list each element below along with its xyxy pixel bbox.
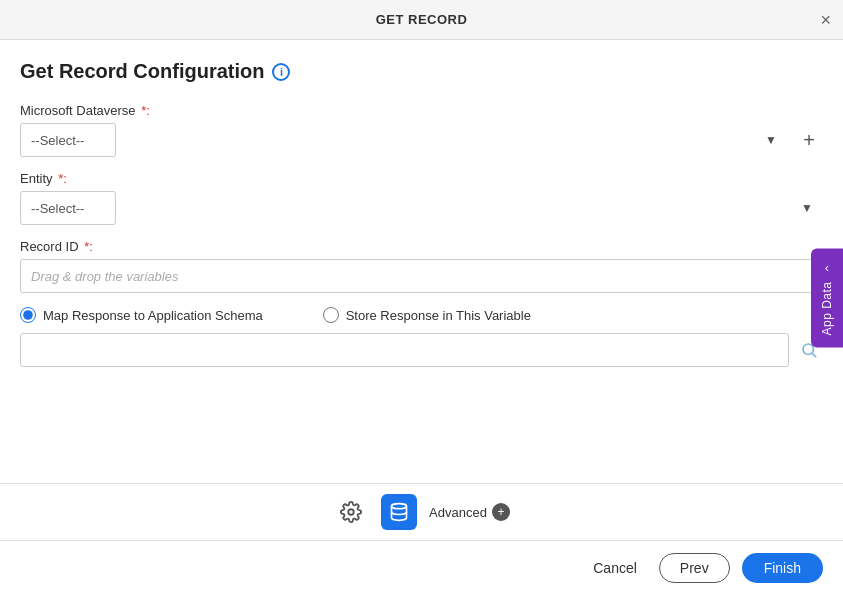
db-button[interactable] <box>381 494 417 530</box>
store-response-label: Store Response in This Variable <box>346 308 531 323</box>
gear-icon <box>340 501 362 523</box>
info-icon[interactable]: i <box>272 63 290 81</box>
modal-footer: Cancel Prev Finish <box>0 540 843 595</box>
svg-point-3 <box>392 504 407 509</box>
database-icon <box>389 502 409 522</box>
gear-button[interactable] <box>333 494 369 530</box>
schema-input[interactable] <box>20 333 789 367</box>
map-response-radio[interactable] <box>20 307 36 323</box>
dataverse-add-button[interactable]: + <box>795 126 823 154</box>
prev-button[interactable]: Prev <box>659 553 730 583</box>
page-heading: Get Record Configuration i <box>20 60 823 83</box>
side-tab-chevron-icon: ‹ <box>825 260 829 275</box>
map-response-label: Map Response to Application Schema <box>43 308 263 323</box>
modal-toolbar: Advanced + <box>0 483 843 540</box>
advanced-button[interactable]: Advanced + <box>429 503 510 521</box>
app-data-tab[interactable]: ‹ App Data <box>811 248 843 347</box>
advanced-plus-icon: + <box>492 503 510 521</box>
page-title: Get Record Configuration <box>20 60 264 83</box>
svg-line-1 <box>812 353 815 356</box>
store-response-option[interactable]: Store Response in This Variable <box>323 307 531 323</box>
app-data-tab-label: App Data <box>820 281 834 335</box>
schema-input-row <box>20 333 823 367</box>
dataverse-chevron-icon: ▼ <box>765 133 777 147</box>
radio-row: Map Response to Application Schema Store… <box>20 307 823 323</box>
svg-point-2 <box>348 509 354 515</box>
close-button[interactable]: × <box>820 11 831 29</box>
entity-select-wrapper: --Select-- ▼ <box>20 191 823 225</box>
modal-header: GET RECORD × <box>0 0 843 40</box>
modal: GET RECORD × Get Record Configuration i … <box>0 0 843 595</box>
advanced-label: Advanced <box>429 505 487 520</box>
dataverse-field-group: Microsoft Dataverse *: --Select-- ▼ + <box>20 103 823 157</box>
finish-button[interactable]: Finish <box>742 553 823 583</box>
record-id-label: Record ID *: <box>20 239 823 254</box>
dataverse-select[interactable]: --Select-- <box>20 123 116 157</box>
record-id-input[interactable] <box>20 259 823 293</box>
entity-label: Entity *: <box>20 171 823 186</box>
modal-body: Get Record Configuration i Microsoft Dat… <box>0 40 843 483</box>
cancel-button[interactable]: Cancel <box>583 554 647 582</box>
entity-chevron-icon: ▼ <box>801 201 813 215</box>
store-response-radio[interactable] <box>323 307 339 323</box>
map-response-option[interactable]: Map Response to Application Schema <box>20 307 263 323</box>
dataverse-label: Microsoft Dataverse *: <box>20 103 823 118</box>
modal-title: GET RECORD <box>376 12 468 27</box>
dataverse-select-wrapper: --Select-- ▼ + <box>20 123 823 157</box>
entity-field-group: Entity *: --Select-- ▼ <box>20 171 823 225</box>
record-id-field-group: Record ID *: <box>20 239 823 293</box>
entity-select[interactable]: --Select-- <box>20 191 116 225</box>
